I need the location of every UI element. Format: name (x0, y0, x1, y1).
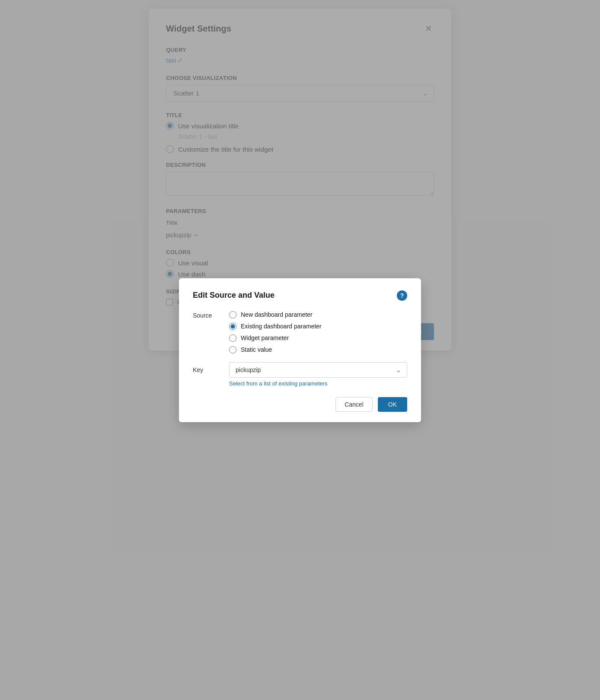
overlay: Edit Source and Value ? Source New dashb… (0, 0, 600, 700)
source-radio-group: New dashboard parameter Existing dashboa… (229, 311, 322, 353)
inner-cancel-button[interactable]: Cancel (335, 397, 373, 412)
edit-source-dialog: Edit Source and Value ? Source New dashb… (179, 278, 421, 422)
existing-dashboard-param-radio[interactable] (229, 323, 236, 330)
widget-parameter-label: Widget parameter (241, 334, 289, 341)
widget-parameter-option[interactable]: Widget parameter (229, 334, 322, 342)
key-select[interactable]: pickupzip (229, 362, 407, 378)
widget-parameter-radio[interactable] (229, 334, 236, 342)
new-dashboard-param-radio[interactable] (229, 311, 236, 318)
key-select-wrapper: pickupzip ⌄ (229, 362, 407, 378)
inner-dialog-title: Edit Source and Value (193, 291, 274, 300)
source-label: Source (193, 311, 219, 353)
key-field-wrapper: pickupzip ⌄ Select from a list of existi… (229, 362, 407, 387)
new-dashboard-param-label: New dashboard parameter (241, 311, 313, 318)
existing-dashboard-param-label: Existing dashboard parameter (241, 323, 322, 330)
inner-ok-button[interactable]: OK (378, 397, 407, 412)
inner-dialog-header: Edit Source and Value ? (193, 290, 407, 301)
static-value-option[interactable]: Static value (229, 346, 322, 353)
key-row: Key pickupzip ⌄ Select from a list of ex… (193, 362, 407, 387)
new-dashboard-param-option[interactable]: New dashboard parameter (229, 311, 322, 318)
existing-dashboard-param-option[interactable]: Existing dashboard parameter (229, 323, 322, 330)
inner-dialog-footer: Cancel OK (193, 397, 407, 412)
help-icon[interactable]: ? (397, 290, 407, 301)
key-hint: Select from a list of existing parameter… (229, 380, 407, 387)
static-value-radio[interactable] (229, 346, 236, 353)
help-icon-text: ? (400, 292, 404, 299)
static-value-label: Static value (241, 346, 272, 353)
source-row: Source New dashboard parameter Existing … (193, 311, 407, 353)
key-label: Key (193, 362, 219, 373)
